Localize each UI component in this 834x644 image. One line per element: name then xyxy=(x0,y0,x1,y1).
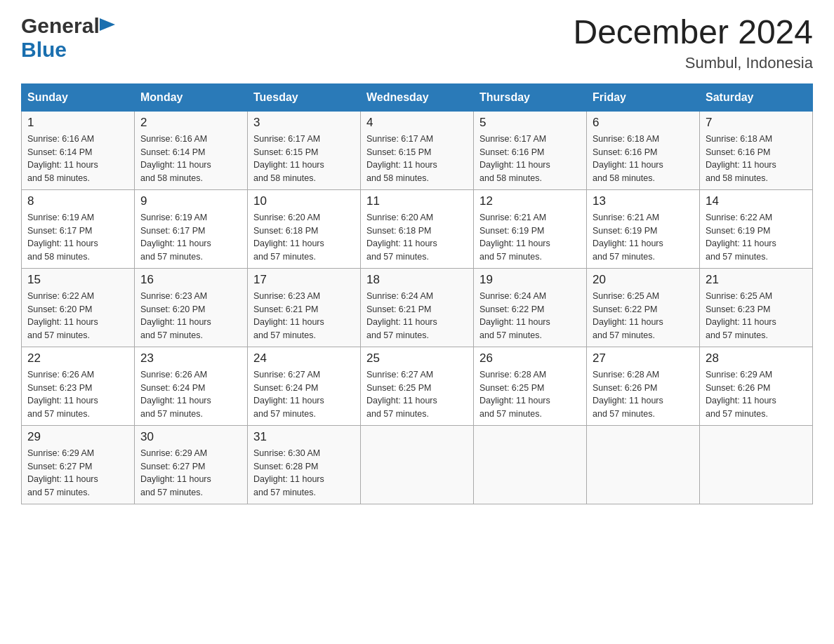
page-header: General Blue December 2024 Sumbul, Indon… xyxy=(21,14,813,72)
day-number: 2 xyxy=(140,116,241,130)
day-info: Sunrise: 6:26 AM Sunset: 6:23 PM Dayligh… xyxy=(27,368,128,421)
day-info: Sunrise: 6:21 AM Sunset: 6:19 PM Dayligh… xyxy=(593,211,694,264)
calendar-cell xyxy=(700,425,813,504)
day-number: 3 xyxy=(253,116,355,130)
calendar-cell: 27 Sunrise: 6:28 AM Sunset: 6:26 PM Dayl… xyxy=(587,347,700,425)
day-number: 5 xyxy=(479,116,581,130)
day-info: Sunrise: 6:17 AM Sunset: 6:15 PM Dayligh… xyxy=(253,133,355,185)
calendar-cell: 31 Sunrise: 6:30 AM Sunset: 6:28 PM Dayl… xyxy=(248,425,361,504)
calendar-cell: 16 Sunrise: 6:23 AM Sunset: 6:20 PM Dayl… xyxy=(135,268,248,347)
day-number: 11 xyxy=(366,194,468,208)
week-row-5: 29 Sunrise: 6:29 AM Sunset: 6:27 PM Dayl… xyxy=(22,425,813,504)
day-number: 25 xyxy=(366,351,468,365)
day-info: Sunrise: 6:16 AM Sunset: 6:14 PM Dayligh… xyxy=(27,133,128,185)
day-info: Sunrise: 6:22 AM Sunset: 6:20 PM Dayligh… xyxy=(27,290,128,342)
day-info: Sunrise: 6:20 AM Sunset: 6:18 PM Dayligh… xyxy=(366,211,468,264)
day-info: Sunrise: 6:29 AM Sunset: 6:27 PM Dayligh… xyxy=(27,447,128,499)
header-friday: Friday xyxy=(587,83,700,111)
calendar-cell: 11 Sunrise: 6:20 AM Sunset: 6:18 PM Dayl… xyxy=(361,189,474,268)
day-number: 7 xyxy=(706,116,807,130)
calendar-cell: 17 Sunrise: 6:23 AM Sunset: 6:21 PM Dayl… xyxy=(248,268,361,347)
logo-blue-text: Blue xyxy=(21,38,67,62)
day-number: 31 xyxy=(253,430,355,444)
day-info: Sunrise: 6:27 AM Sunset: 6:24 PM Dayligh… xyxy=(253,368,355,421)
calendar-cell: 5 Sunrise: 6:17 AM Sunset: 6:16 PM Dayli… xyxy=(474,111,587,189)
calendar-cell: 23 Sunrise: 6:26 AM Sunset: 6:24 PM Dayl… xyxy=(135,347,248,425)
day-info: Sunrise: 6:22 AM Sunset: 6:19 PM Dayligh… xyxy=(706,211,807,264)
day-info: Sunrise: 6:20 AM Sunset: 6:18 PM Dayligh… xyxy=(253,211,355,264)
day-number: 19 xyxy=(479,273,581,287)
day-info: Sunrise: 6:28 AM Sunset: 6:25 PM Dayligh… xyxy=(479,368,581,421)
calendar-cell: 10 Sunrise: 6:20 AM Sunset: 6:18 PM Dayl… xyxy=(248,189,361,268)
day-info: Sunrise: 6:23 AM Sunset: 6:20 PM Dayligh… xyxy=(140,290,241,342)
day-info: Sunrise: 6:25 AM Sunset: 6:22 PM Dayligh… xyxy=(593,290,694,342)
day-number: 12 xyxy=(479,194,581,208)
calendar-cell xyxy=(361,425,474,504)
day-number: 20 xyxy=(593,273,694,287)
calendar-cell: 22 Sunrise: 6:26 AM Sunset: 6:23 PM Dayl… xyxy=(22,347,135,425)
logo: General Blue xyxy=(21,14,115,62)
day-number: 23 xyxy=(140,351,241,365)
day-info: Sunrise: 6:21 AM Sunset: 6:19 PM Dayligh… xyxy=(479,211,581,264)
day-info: Sunrise: 6:18 AM Sunset: 6:16 PM Dayligh… xyxy=(706,133,807,185)
calendar-cell: 3 Sunrise: 6:17 AM Sunset: 6:15 PM Dayli… xyxy=(248,111,361,189)
calendar-cell: 7 Sunrise: 6:18 AM Sunset: 6:16 PM Dayli… xyxy=(700,111,813,189)
calendar-cell: 2 Sunrise: 6:16 AM Sunset: 6:14 PM Dayli… xyxy=(135,111,248,189)
calendar-cell: 29 Sunrise: 6:29 AM Sunset: 6:27 PM Dayl… xyxy=(22,425,135,504)
day-number: 18 xyxy=(366,273,468,287)
week-row-1: 1 Sunrise: 6:16 AM Sunset: 6:14 PM Dayli… xyxy=(22,111,813,189)
calendar-cell xyxy=(587,425,700,504)
calendar-header-row: SundayMondayTuesdayWednesdayThursdayFrid… xyxy=(22,83,813,111)
day-number: 22 xyxy=(27,351,128,365)
day-number: 9 xyxy=(140,194,241,208)
day-number: 8 xyxy=(27,194,128,208)
day-number: 27 xyxy=(593,351,694,365)
day-info: Sunrise: 6:17 AM Sunset: 6:16 PM Dayligh… xyxy=(479,133,581,185)
day-number: 1 xyxy=(27,116,128,130)
calendar-cell: 14 Sunrise: 6:22 AM Sunset: 6:19 PM Dayl… xyxy=(700,189,813,268)
day-info: Sunrise: 6:16 AM Sunset: 6:14 PM Dayligh… xyxy=(140,133,241,185)
calendar-cell: 8 Sunrise: 6:19 AM Sunset: 6:17 PM Dayli… xyxy=(22,189,135,268)
calendar-cell: 21 Sunrise: 6:25 AM Sunset: 6:23 PM Dayl… xyxy=(700,268,813,347)
calendar-cell: 18 Sunrise: 6:24 AM Sunset: 6:21 PM Dayl… xyxy=(361,268,474,347)
day-info: Sunrise: 6:24 AM Sunset: 6:22 PM Dayligh… xyxy=(479,290,581,342)
calendar-title-area: December 2024 Sumbul, Indonesia xyxy=(573,14,813,72)
calendar-cell: 30 Sunrise: 6:29 AM Sunset: 6:27 PM Dayl… xyxy=(135,425,248,504)
calendar-cell: 12 Sunrise: 6:21 AM Sunset: 6:19 PM Dayl… xyxy=(474,189,587,268)
week-row-3: 15 Sunrise: 6:22 AM Sunset: 6:20 PM Dayl… xyxy=(22,268,813,347)
svg-marker-0 xyxy=(100,18,115,31)
header-sunday: Sunday xyxy=(22,83,135,111)
day-info: Sunrise: 6:19 AM Sunset: 6:17 PM Dayligh… xyxy=(27,211,128,264)
header-wednesday: Wednesday xyxy=(361,83,474,111)
day-number: 15 xyxy=(27,273,128,287)
day-info: Sunrise: 6:19 AM Sunset: 6:17 PM Dayligh… xyxy=(140,211,241,264)
day-info: Sunrise: 6:27 AM Sunset: 6:25 PM Dayligh… xyxy=(366,368,468,421)
day-info: Sunrise: 6:18 AM Sunset: 6:16 PM Dayligh… xyxy=(593,133,694,185)
day-info: Sunrise: 6:29 AM Sunset: 6:27 PM Dayligh… xyxy=(140,447,241,499)
day-info: Sunrise: 6:23 AM Sunset: 6:21 PM Dayligh… xyxy=(253,290,355,342)
header-tuesday: Tuesday xyxy=(248,83,361,111)
day-number: 21 xyxy=(706,273,807,287)
calendar-cell: 24 Sunrise: 6:27 AM Sunset: 6:24 PM Dayl… xyxy=(248,347,361,425)
day-info: Sunrise: 6:17 AM Sunset: 6:15 PM Dayligh… xyxy=(366,133,468,185)
day-number: 26 xyxy=(479,351,581,365)
logo-general-text: General xyxy=(21,14,100,38)
calendar-cell: 25 Sunrise: 6:27 AM Sunset: 6:25 PM Dayl… xyxy=(361,347,474,425)
calendar-subtitle: Sumbul, Indonesia xyxy=(573,54,813,72)
day-number: 13 xyxy=(593,194,694,208)
calendar-table: SundayMondayTuesdayWednesdayThursdayFrid… xyxy=(21,83,813,504)
calendar-cell: 28 Sunrise: 6:29 AM Sunset: 6:26 PM Dayl… xyxy=(700,347,813,425)
day-number: 10 xyxy=(253,194,355,208)
header-saturday: Saturday xyxy=(700,83,813,111)
header-thursday: Thursday xyxy=(474,83,587,111)
calendar-cell: 15 Sunrise: 6:22 AM Sunset: 6:20 PM Dayl… xyxy=(22,268,135,347)
week-row-4: 22 Sunrise: 6:26 AM Sunset: 6:23 PM Dayl… xyxy=(22,347,813,425)
day-number: 28 xyxy=(706,351,807,365)
calendar-cell: 19 Sunrise: 6:24 AM Sunset: 6:22 PM Dayl… xyxy=(474,268,587,347)
day-number: 17 xyxy=(253,273,355,287)
calendar-cell: 26 Sunrise: 6:28 AM Sunset: 6:25 PM Dayl… xyxy=(474,347,587,425)
day-number: 4 xyxy=(366,116,468,130)
day-number: 24 xyxy=(253,351,355,365)
calendar-cell xyxy=(474,425,587,504)
calendar-cell: 20 Sunrise: 6:25 AM Sunset: 6:22 PM Dayl… xyxy=(587,268,700,347)
